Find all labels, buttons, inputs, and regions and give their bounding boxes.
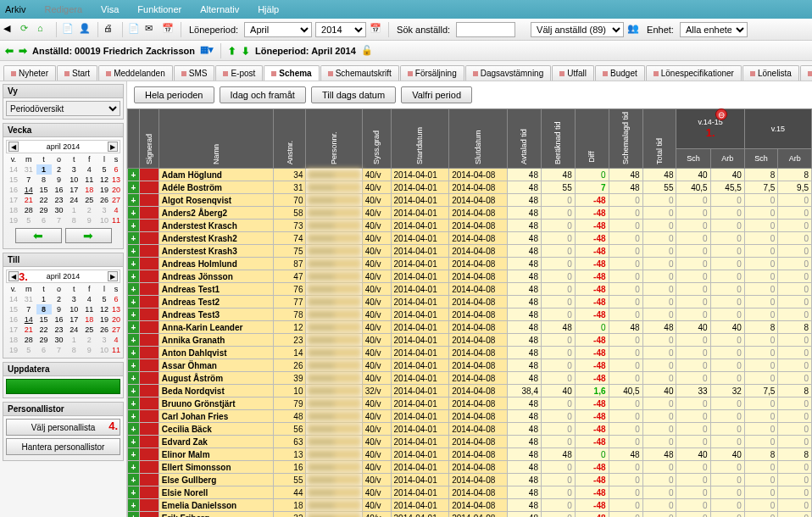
name-cell[interactable]: Anders2 Åberg2 [159, 207, 274, 220]
tab-e-post[interactable]: E-post [215, 65, 263, 81]
signed-cell[interactable] [139, 283, 159, 296]
tab-lönespecifikationer[interactable]: Lönespecifikationer [646, 65, 742, 81]
expand-icon[interactable]: + [128, 486, 140, 499]
vy-select[interactable]: Periodöversikt [6, 101, 120, 116]
col-sysgrad[interactable]: Syss.grad [372, 149, 381, 164]
expand-icon[interactable]: + [128, 309, 140, 321]
tab-schemautskrift[interactable]: Schemautskrift [320, 65, 399, 81]
table-row[interactable]: +Andreas Test378xxxxxx40/v2014-04-012014… [128, 309, 812, 321]
table-row[interactable]: +Beda Nordqvist10xxxxxx32/v2014-04-01201… [128, 385, 812, 397]
expand-icon[interactable]: + [128, 359, 140, 372]
name-cell[interactable]: August Åström [159, 372, 274, 385]
expand-icon[interactable]: + [128, 220, 140, 232]
expand-icon[interactable]: + [128, 474, 140, 486]
table-row[interactable]: +Emelia Danielsson18xxxxxx40/v2014-04-01… [128, 499, 812, 512]
name-cell[interactable]: Bruuno Grönstjärt [159, 397, 274, 410]
user-icon[interactable]: 👤 [79, 23, 92, 36]
name-cell[interactable]: Andreas Test1 [159, 283, 274, 296]
name-cell[interactable]: Else Gullberg [159, 474, 274, 486]
name-cell[interactable]: Andreas Jönsson [159, 270, 274, 283]
name-cell[interactable]: Emelia Danielsson [159, 499, 274, 512]
table-row[interactable]: +Else Gullberg55xxxxxx40/v2014-04-012014… [128, 474, 812, 486]
name-cell[interactable]: Andreas Test3 [159, 309, 274, 321]
name-cell[interactable]: Elsie Norell [159, 486, 274, 499]
menu-alternativ[interactable]: Alternativ [200, 4, 239, 14]
name-cell[interactable]: Elinor Malm [159, 448, 274, 461]
menu-arkiv[interactable]: Arkiv [5, 4, 25, 14]
signed-cell[interactable] [139, 194, 159, 207]
col-arb2[interactable]: Arb [778, 148, 812, 168]
tab-listor[interactable]: Listor [800, 65, 812, 81]
signed-cell[interactable] [139, 474, 159, 486]
signed-cell[interactable] [139, 309, 159, 321]
col-signerad[interactable]: Signerad [145, 149, 153, 164]
table-row[interactable]: +Elsie Norell44xxxxxx40/v2014-04-012014-… [128, 486, 812, 499]
signed-cell[interactable] [139, 258, 159, 270]
year-select[interactable]: 2014 [315, 22, 366, 37]
name-cell[interactable]: Adéle Boström [159, 181, 274, 194]
cal-prev-icon[interactable]: ◀ [8, 142, 19, 152]
signed-cell[interactable] [139, 321, 159, 334]
signed-cell[interactable] [139, 181, 159, 194]
expand-icon[interactable]: + [128, 207, 140, 220]
expand-icon[interactable]: + [128, 321, 140, 334]
table-row[interactable]: +Adéle Boström31xxxxxx40/v2014-04-012014… [128, 181, 812, 194]
signed-cell[interactable] [139, 448, 159, 461]
table-row[interactable]: +Carl Johan Fries48xxxxxx40/v2014-04-012… [128, 410, 812, 423]
expand-icon[interactable]: + [128, 245, 140, 258]
expand-icon[interactable]: + [128, 372, 140, 385]
signed-cell[interactable] [139, 207, 159, 220]
col-schemalagd[interactable]: Schemalagd tid [621, 149, 630, 164]
lock-icon[interactable]: 🔓 [361, 45, 373, 56]
table-row[interactable]: +Cecilia Bäck56xxxxxx40/v2014-04-012014-… [128, 423, 812, 436]
menu-funktioner[interactable]: Funktioner [137, 4, 181, 14]
expand-icon[interactable]: + [128, 397, 140, 410]
select-personlist-button[interactable]: Välj personallista [6, 419, 120, 436]
back-icon[interactable]: ◀ [3, 23, 17, 36]
table-row[interactable]: +Edvard Zak63xxxxxx40/v2014-04-012014-04… [128, 436, 812, 448]
signed-cell[interactable] [139, 499, 159, 512]
document-icon[interactable]: 📄 [62, 23, 75, 36]
doc2-icon[interactable]: 📄 [128, 23, 142, 36]
tab-utfall[interactable]: Utfall [552, 65, 594, 81]
signed-cell[interactable] [139, 486, 159, 499]
expand-icon[interactable]: + [128, 181, 140, 194]
signed-cell[interactable] [139, 461, 159, 474]
tab-sms[interactable]: SMS [174, 65, 215, 81]
name-cell[interactable]: Assar Öhman [159, 359, 274, 372]
name-cell[interactable]: Ellert Simonsson [159, 461, 274, 474]
prev-period-icon[interactable]: ⬅ [226, 47, 238, 55]
name-cell[interactable]: Annika Granath [159, 334, 274, 347]
col-beraknad[interactable]: Beräknad tid [553, 149, 562, 164]
table-row[interactable]: +Anna-Karin Leander12xxxxxx40/v2014-04-0… [128, 321, 812, 334]
tab-schema[interactable]: Schema [264, 65, 319, 81]
expand-icon[interactable]: + [128, 448, 140, 461]
users-icon[interactable]: 👥 [627, 23, 641, 36]
col-sch1[interactable]: Sch [676, 148, 710, 168]
table-row[interactable]: +Anton Dahlqvist14xxxxxx40/v2014-04-0120… [128, 347, 812, 359]
name-cell[interactable]: Adam Höglund [159, 169, 274, 181]
col-sch2[interactable]: Sch [744, 148, 778, 168]
table-row[interactable]: +Erik Friberg32xxxxxx40/v2014-04-012014-… [128, 512, 812, 518]
print-icon[interactable]: 🖨 [103, 23, 117, 36]
calendar-icon[interactable]: 📅 [162, 23, 175, 36]
col-v15[interactable]: v.15 [744, 109, 811, 149]
name-cell[interactable]: Anton Dahlqvist [159, 347, 274, 359]
expand-icon[interactable]: + [128, 410, 140, 423]
table-row[interactable]: +Anderstest Krasch73xxxxxx40/v2014-04-01… [128, 220, 812, 232]
signed-cell[interactable] [139, 410, 159, 423]
col-v14-15[interactable]: v.14-151. [676, 109, 744, 149]
signed-cell[interactable] [139, 512, 159, 518]
btn-valfri-period[interactable]: Valfri period [401, 86, 472, 103]
table-row[interactable]: +Adam Höglund34xxxxxx40/v2014-04-012014-… [128, 169, 812, 181]
name-cell[interactable]: Cecilia Bäck [159, 423, 274, 436]
col-avtalad[interactable]: Avtalad tid [520, 149, 528, 164]
name-cell[interactable]: Carl Johan Fries [159, 410, 274, 423]
btn-hela-perioden[interactable]: Hela perioden [134, 86, 214, 103]
manage-personlist-button[interactable]: Hantera personallistor [6, 438, 120, 455]
name-cell[interactable]: Anderstest Krash2 [159, 232, 274, 245]
table-row[interactable]: +Andreas Test277xxxxxx40/v2014-04-012014… [128, 296, 812, 309]
expand-icon[interactable]: + [128, 194, 140, 207]
calendar2-icon[interactable]: 📅 [370, 23, 383, 36]
menu-visa[interactable]: Visa [101, 4, 119, 14]
